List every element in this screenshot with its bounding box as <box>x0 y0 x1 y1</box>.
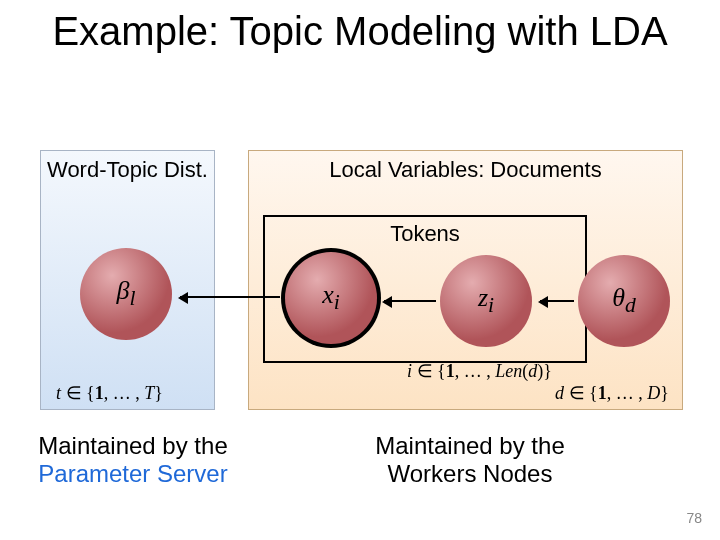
documents-box-title: Local Variables: Documents <box>249 157 682 183</box>
arrow-zi-to-xi <box>384 300 436 302</box>
node-zi: zi <box>440 255 532 347</box>
node-xi-label: xi <box>322 280 340 315</box>
node-theta-label: θd <box>612 283 636 318</box>
page-number: 78 <box>686 510 702 526</box>
math-i-range: i ∈ {1, … , Len(d)} <box>407 360 552 382</box>
slide-title: Example: Topic Modeling with LDA <box>0 8 720 54</box>
tokens-label: Tokens <box>265 221 585 247</box>
node-theta: θd <box>578 255 670 347</box>
caption-right: Maintained by the Workers Nodes <box>320 432 620 488</box>
node-beta-label: βl <box>117 276 136 311</box>
caption-right-line1: Maintained by the <box>320 432 620 460</box>
node-beta: βl <box>80 248 172 340</box>
math-d-range: d ∈ {1, … , D} <box>555 382 669 404</box>
slide: Example: Topic Modeling with LDA Word-To… <box>0 0 720 540</box>
caption-left-line1: Maintained by the <box>18 432 248 460</box>
node-xi: xi <box>285 252 377 344</box>
caption-left-line2: Parameter Server <box>18 460 248 488</box>
arrow-beta-to-xi <box>180 296 280 298</box>
arrow-theta-to-zi <box>540 300 574 302</box>
caption-right-line2: Workers Nodes <box>320 460 620 488</box>
node-zi-label: zi <box>478 283 494 318</box>
caption-left: Maintained by the Parameter Server <box>18 432 248 488</box>
math-t-range: t ∈ {1, … , T} <box>56 382 163 404</box>
word-topic-title: Word-Topic Dist. <box>41 157 214 183</box>
